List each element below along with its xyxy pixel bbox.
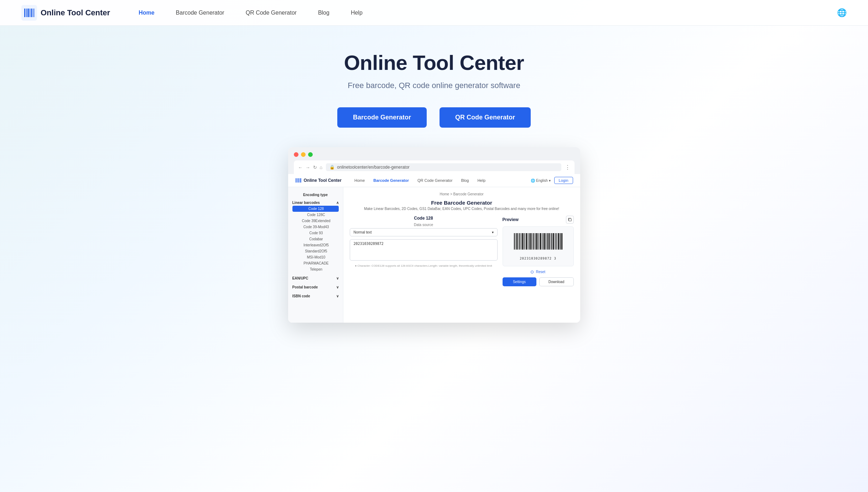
svg-rect-13 (301, 178, 301, 183)
hero-subtitle: Free barcode, QR code online generator s… (7, 81, 861, 90)
sidebar-standard[interactable]: Standard2Of5 (292, 248, 339, 254)
barcode-generator-button[interactable]: Barcode Generator (337, 107, 427, 128)
sidebar-codabar[interactable]: Codabar (292, 236, 339, 242)
sidebar-interleaved[interactable]: Interleaved2Of5 (292, 242, 339, 248)
svg-rect-6 (33, 9, 33, 17)
svg-rect-11 (299, 178, 299, 183)
inner-login-button[interactable]: Login (554, 177, 573, 184)
refresh-icon[interactable]: ↻ (313, 165, 317, 170)
copy-icon[interactable] (566, 216, 574, 224)
data-source-select[interactable]: Normal text ▾ (350, 228, 498, 236)
panel-code128-label: Code 128 (350, 216, 498, 221)
reset-row[interactable]: Reset (503, 270, 574, 274)
svg-rect-7 (34, 9, 35, 17)
sidebar-telepen[interactable]: Telepen (292, 266, 339, 272)
svg-rect-24 (526, 233, 527, 250)
isbn-section: ISBN code ∨ (288, 292, 343, 301)
download-button[interactable]: Download (539, 277, 574, 286)
home-icon[interactable]: ⌂ (320, 165, 323, 170)
barcode-number: 20231030289872 3 (506, 257, 570, 260)
window-controls (294, 152, 575, 157)
select-chevron-icon: ▾ (492, 230, 494, 234)
svg-rect-9 (297, 178, 297, 183)
svg-rect-1 (24, 9, 25, 17)
qr-code-generator-button[interactable]: QR Code Generator (440, 107, 531, 128)
svg-rect-5 (31, 9, 32, 17)
hero-title: Online Tool Center (7, 51, 861, 75)
linear-barcodes-collapse-icon[interactable]: ∧ (336, 201, 339, 205)
reset-label: Reset (536, 270, 545, 274)
nav-blog[interactable]: Blog (318, 10, 329, 16)
isbn-expand-icon[interactable]: ∨ (336, 294, 339, 298)
back-icon[interactable]: ← (298, 165, 303, 170)
close-dot[interactable] (294, 152, 298, 157)
inner-nav-blog[interactable]: Blog (461, 178, 469, 183)
inner-lang[interactable]: 🌐 English ▾ (531, 179, 550, 183)
site-name: Online Tool Center (41, 8, 110, 17)
right-panel: Preview (503, 216, 574, 286)
nav-qr[interactable]: QR Code Generator (246, 10, 297, 16)
svg-rect-33 (539, 233, 539, 250)
minimize-dot[interactable] (301, 152, 306, 157)
inner-logo: Online Tool Center (295, 177, 342, 184)
maximize-dot[interactable] (308, 152, 313, 157)
svg-rect-14 (569, 219, 571, 221)
postal-label: Postal barcode (292, 285, 318, 289)
left-panel: Code 128 Data source Normal text ▾ 20231… (350, 216, 498, 286)
svg-rect-38 (546, 233, 546, 250)
sidebar-code39ext[interactable]: Code 39Extended (292, 218, 339, 224)
browser-menu-icon[interactable]: ⋮ (565, 164, 570, 170)
barcode-value-input[interactable]: 20231030289872 (350, 239, 498, 261)
settings-button[interactable]: Settings (503, 277, 536, 286)
main-title: Free Barcode Generator (350, 200, 574, 206)
sidebar-msi[interactable]: MSI-Mod10 (292, 254, 339, 260)
browser-chrome: ← → ↻ ⌂ 🔒 onlinetoolcenter/en/barcode-ge… (288, 147, 580, 174)
ean-upc-label: EAN/UPC (292, 276, 308, 280)
svg-rect-15 (514, 233, 515, 250)
sidebar-code128c[interactable]: Code 128C (292, 212, 339, 218)
sidebar: Encoding type Linear barcodes ∧ Code 128… (288, 187, 343, 323)
svg-rect-28 (532, 233, 532, 250)
barcode-preview-area: 20231030289872 3 (503, 226, 574, 266)
sidebar-pharmacade[interactable]: PHARMACADE (292, 260, 339, 266)
sidebar-code128[interactable]: Code 128 (292, 206, 339, 212)
inner-nav-home[interactable]: Home (354, 178, 365, 183)
data-source-label: Data source (350, 223, 498, 227)
browser-mockup: ← → ↻ ⌂ 🔒 onlinetoolcenter/en/barcode-ge… (288, 147, 580, 323)
inner-nav-help[interactable]: Help (477, 178, 485, 183)
sidebar-code39mod[interactable]: Code 39-Mod43 (292, 224, 339, 230)
hero-buttons: Barcode Generator QR Code Generator (7, 107, 861, 128)
ean-upc-expand-icon[interactable]: ∨ (336, 276, 339, 280)
svg-rect-42 (551, 233, 552, 250)
postal-expand-icon[interactable]: ∨ (336, 285, 339, 289)
preview-header: Preview (503, 216, 574, 224)
nav-barcode[interactable]: Barcode Generator (176, 10, 224, 16)
main-desc: Make Linear Barcodes, 2D Codes, GS1 Data… (350, 207, 574, 211)
inner-nav: Online Tool Center Home Barcode Generato… (288, 174, 580, 187)
inner-nav-barcode[interactable]: Barcode Generator (373, 178, 409, 183)
svg-rect-45 (556, 233, 556, 250)
nav-help[interactable]: Help (351, 10, 363, 16)
url-text: onlinetoolcenter/en/barcode-generator (337, 165, 409, 170)
svg-rect-22 (524, 233, 524, 250)
linear-barcodes-header: Linear barcodes ∧ (292, 200, 339, 206)
forward-icon[interactable]: → (306, 165, 310, 170)
svg-rect-36 (543, 233, 544, 250)
lock-icon: 🔒 (329, 165, 335, 170)
svg-rect-8 (296, 178, 296, 183)
browser-toolbar: ← → ↻ ⌂ 🔒 onlinetoolcenter/en/barcode-ge… (294, 160, 575, 174)
svg-rect-46 (557, 233, 557, 250)
url-bar[interactable]: 🔒 onlinetoolcenter/en/barcode-generator (326, 163, 561, 171)
logo-icon (21, 5, 37, 21)
sidebar-code93[interactable]: Code 93 (292, 230, 339, 236)
data-source-value: Normal text (354, 230, 372, 234)
nav-home[interactable]: Home (139, 10, 154, 16)
svg-rect-37 (544, 233, 545, 250)
svg-rect-12 (300, 178, 301, 183)
globe-icon[interactable]: 🌐 (837, 8, 847, 17)
svg-rect-26 (529, 233, 530, 250)
inner-nav-qr[interactable]: QR Code Generator (417, 178, 452, 183)
ean-upc-header: EAN/UPC ∨ (292, 275, 339, 281)
barcode-preview-svg (513, 232, 563, 254)
svg-rect-44 (555, 233, 555, 250)
